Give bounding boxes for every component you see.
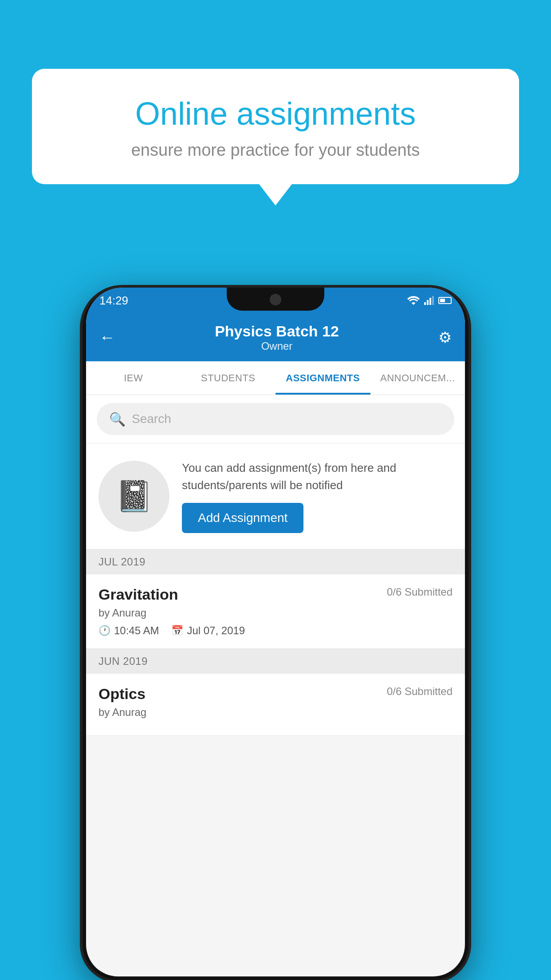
promo-description: You can add assignment(s) from here and … (182, 459, 453, 494)
assignment-optics[interactable]: Optics 0/6 Submitted by Anurag (86, 674, 465, 736)
search-icon: 🔍 (109, 411, 126, 427)
tab-announcements[interactable]: ANNOUNCEM... (370, 361, 465, 395)
assignment-submitted-gravitation: 0/6 Submitted (387, 586, 453, 598)
phone-screen: 14:29 ← (86, 288, 465, 976)
assignment-submitted-optics: 0/6 Submitted (387, 685, 453, 698)
promo-content: You can add assignment(s) from here and … (182, 459, 453, 533)
add-assignment-promo: 📓 You can add assignment(s) from here an… (86, 443, 465, 549)
assignment-meta-gravitation: 🕐 10:45 AM 📅 Jul 07, 2019 (98, 624, 453, 637)
tab-bar: IEW STUDENTS ASSIGNMENTS ANNOUNCEM... (86, 361, 465, 395)
assignment-title-gravitation: Gravitation (98, 586, 178, 603)
notebook-icon: 📓 (115, 478, 153, 514)
meta-date-gravitation: 📅 Jul 07, 2019 (171, 624, 245, 637)
wifi-icon (407, 296, 420, 305)
header-title: Physics Batch 12 (215, 323, 339, 340)
clock-icon: 🕐 (98, 625, 110, 636)
header-subtitle: Owner (215, 340, 339, 352)
front-camera (270, 294, 281, 305)
search-placeholder: Search (132, 412, 171, 426)
signal-icon (424, 296, 434, 305)
speech-bubble: Online assignments ensure more practice … (32, 69, 519, 184)
meta-time-gravitation: 🕐 10:45 AM (98, 624, 159, 637)
add-assignment-button[interactable]: Add Assignment (182, 503, 303, 533)
tab-assignments[interactable]: ASSIGNMENTS (276, 361, 370, 395)
promo-icon-circle: 📓 (98, 461, 169, 532)
assignment-author-optics: by Anurag (98, 706, 453, 719)
svg-rect-3 (432, 296, 434, 305)
bubble-title: Online assignments (63, 95, 488, 132)
search-bar[interactable]: 🔍 Search (97, 403, 454, 435)
app-header: ← Physics Batch 12 Owner ⚙ (86, 313, 465, 361)
section-jul-2019: JUL 2019 (86, 549, 465, 574)
header-center: Physics Batch 12 Owner (215, 323, 339, 352)
assignment-time-gravitation: 10:45 AM (114, 624, 159, 637)
calendar-icon: 📅 (171, 625, 183, 636)
status-time: 14:29 (99, 294, 128, 308)
assignment-gravitation[interactable]: Gravitation 0/6 Submitted by Anurag 🕐 10… (86, 574, 465, 649)
speech-bubble-container: Online assignments ensure more practice … (32, 69, 519, 184)
svg-rect-1 (427, 300, 429, 305)
assignment-date-gravitation: Jul 07, 2019 (187, 624, 245, 637)
phone-frame: 14:29 ← (83, 288, 468, 980)
phone-notch (227, 288, 324, 311)
status-icons (407, 296, 452, 305)
battery-icon (438, 297, 452, 304)
svg-rect-0 (424, 302, 426, 305)
back-button[interactable]: ← (99, 328, 115, 347)
svg-rect-2 (429, 298, 431, 305)
bubble-subtitle: ensure more practice for your students (63, 141, 488, 160)
assignment-author-gravitation: by Anurag (98, 607, 453, 619)
section-jun-2019: JUN 2019 (86, 649, 465, 674)
tab-students[interactable]: STUDENTS (181, 361, 276, 395)
search-bar-container: 🔍 Search (86, 395, 465, 443)
assignment-top-optics: Optics 0/6 Submitted (98, 685, 453, 703)
assignment-top: Gravitation 0/6 Submitted (98, 586, 453, 603)
tab-iew[interactable]: IEW (86, 361, 181, 395)
settings-button[interactable]: ⚙ (438, 328, 452, 346)
assignment-title-optics: Optics (98, 685, 146, 703)
